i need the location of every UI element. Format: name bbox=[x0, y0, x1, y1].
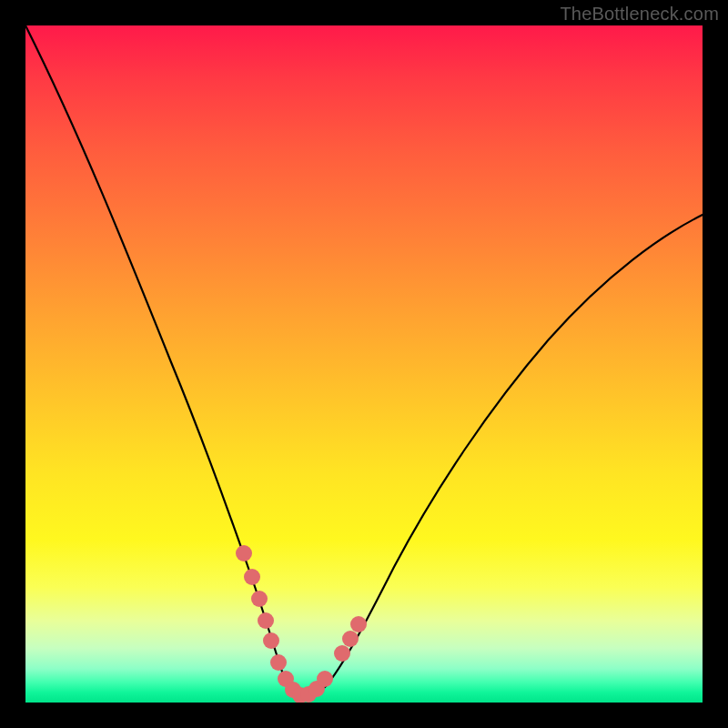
svg-point-13 bbox=[342, 631, 359, 647]
chart-frame: TheBottleneck.com bbox=[0, 0, 728, 728]
svg-point-12 bbox=[334, 645, 350, 662]
svg-point-14 bbox=[350, 616, 367, 632]
svg-point-3 bbox=[258, 612, 274, 629]
svg-point-2 bbox=[251, 591, 268, 607]
plot-area bbox=[25, 25, 703, 703]
watermark-text: TheBottleneck.com bbox=[560, 4, 719, 25]
curve-layer bbox=[25, 25, 703, 703]
bottleneck-curve bbox=[25, 25, 703, 697]
svg-point-0 bbox=[236, 545, 252, 561]
highlight-markers bbox=[236, 545, 367, 703]
svg-point-5 bbox=[270, 654, 287, 671]
svg-point-11 bbox=[317, 671, 333, 687]
svg-point-1 bbox=[244, 569, 260, 585]
svg-point-4 bbox=[263, 632, 279, 649]
